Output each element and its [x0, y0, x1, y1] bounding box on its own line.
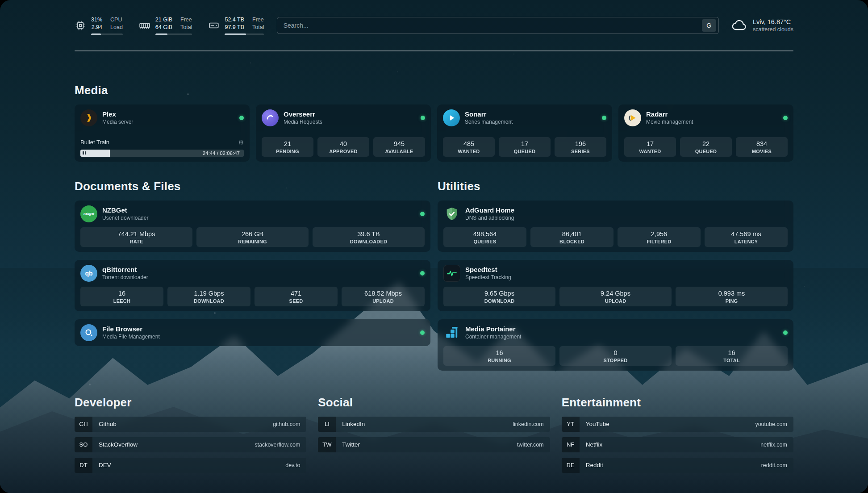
bookmark-dev[interactable]: DT DEV dev.to: [75, 458, 306, 473]
nzbget-card[interactable]: nzbget NZBGet Usenet downloader 744.21 M…: [75, 201, 430, 252]
stat-box: 9.24 GbpsUPLOAD: [559, 287, 672, 306]
utilities-section-title: Utilities: [438, 180, 793, 193]
bookmark-abbr: YT: [562, 417, 580, 432]
sonarr-card[interactable]: Sonarr Series management 485WANTED 17QUE…: [437, 104, 612, 162]
bookmark-name: DEV: [92, 462, 285, 468]
now-playing-title: Bullet Train: [80, 139, 109, 146]
bookmark-url: netflix.com: [760, 442, 793, 448]
bookmark-twitter[interactable]: TW Twitter twitter.com: [318, 437, 550, 452]
service-description: Media File Management: [102, 334, 415, 340]
qbittorrent-card[interactable]: qb qBittorrent Torrent downloader 16LEEC…: [75, 260, 430, 311]
bookmark-name: Reddit: [580, 462, 761, 468]
developer-bookmarks: Developer GH Github github.com SO StackO…: [75, 396, 306, 473]
search-provider-button[interactable]: G: [702, 19, 716, 32]
stat-value: 40: [319, 140, 367, 147]
stat-value: 86,401: [532, 230, 612, 238]
stat-label: QUERIES: [445, 239, 525, 244]
stat-value: 471: [256, 290, 336, 297]
nzbget-icon: nzbget: [80, 205, 97, 222]
weather-location: Lviv, 16.87°C: [753, 18, 793, 25]
stat-box: 39.6 TBDOWNLOADED: [313, 227, 425, 247]
stat-box: 1.19 GbpsDOWNLOAD: [167, 287, 250, 306]
bookmark-abbr: LI: [318, 417, 336, 432]
memory-icon: [139, 20, 150, 31]
disk-progress-track: [225, 33, 264, 35]
stat-value: 266 GB: [198, 230, 307, 238]
radarr-card[interactable]: Radarr Movie management 17WANTED 22QUEUE…: [618, 104, 793, 162]
stat-box: 86,401BLOCKED: [530, 227, 613, 247]
header-divider: [75, 50, 793, 51]
service-name: File Browser: [102, 325, 415, 333]
stat-box: 0.993 msPING: [676, 287, 788, 306]
sonarr-icon: [443, 109, 460, 126]
service-name: NZBGet: [102, 206, 415, 214]
service-description: Series management: [465, 119, 597, 125]
stats-row: 498,564QUERIES 86,401BLOCKED 2,956FILTER…: [443, 227, 788, 247]
stats-row: 17WANTED 22QUEUED 834MOVIES: [624, 137, 788, 157]
gear-icon[interactable]: ⚙: [238, 139, 244, 146]
status-dot: [420, 330, 425, 335]
memory-total-value: 64 GiB: [155, 24, 172, 31]
resource-widgets: 31% CPU 2.94 Load 21 GiB: [75, 16, 264, 35]
bookmark-abbr: SO: [75, 437, 92, 452]
bookmark-youtube[interactable]: YT YouTube youtube.com: [562, 417, 793, 432]
stat-label: QUEUED: [501, 149, 549, 154]
bookmark-abbr: DT: [75, 458, 92, 473]
service-description: Speedtest Tracking: [465, 274, 788, 280]
search-bar[interactable]: G: [277, 17, 719, 34]
filebrowser-card[interactable]: File Browser Media File Management: [75, 319, 430, 346]
stat-label: PING: [677, 298, 786, 304]
bookmark-url: reddit.com: [761, 462, 793, 468]
service-description: Torrent downloader: [102, 274, 415, 280]
bookmark-name: YouTube: [580, 421, 755, 427]
service-name: Sonarr: [465, 110, 597, 118]
bookmark-abbr: NF: [562, 437, 580, 452]
stat-box: 266 GBREMAINING: [196, 227, 309, 247]
plex-card[interactable]: Plex Media server Bullet Train ⚙: [75, 104, 250, 162]
stat-box: 0STOPPED: [559, 346, 672, 366]
cpu-usage-value: 31%: [91, 16, 102, 23]
bookmark-reddit[interactable]: RE Reddit reddit.com: [562, 458, 793, 473]
stat-value: 1.19 Gbps: [169, 290, 249, 297]
bookmark-stackoverflow[interactable]: SO StackOverflow stackoverflow.com: [75, 437, 306, 452]
stat-value: 485: [445, 140, 493, 147]
stat-label: TOTAL: [677, 358, 786, 363]
stat-label: UPLOAD: [343, 298, 423, 304]
stat-box: 16TOTAL: [676, 346, 788, 366]
bookmark-netflix[interactable]: NF Netflix netflix.com: [562, 437, 793, 452]
weather-text: Lviv, 16.87°C scattered clouds: [753, 18, 793, 33]
stat-value: 0.993 ms: [677, 290, 786, 297]
service-name: qBittorrent: [102, 266, 415, 273]
bookmark-linkedin[interactable]: LI LinkedIn linkedin.com: [318, 417, 550, 432]
disk-icon: [208, 20, 220, 31]
memory-progress-track: [155, 33, 192, 35]
speedtest-card[interactable]: Speedtest Speedtest Tracking 9.65 GbpsDO…: [438, 260, 793, 311]
dashboard-root: 31% CPU 2.94 Load 21 GiB: [0, 0, 868, 493]
disk-free-value: 52.4 TB: [225, 16, 244, 23]
bookmark-url: dev.to: [285, 462, 306, 468]
plex-icon: [80, 109, 97, 126]
adguard-card[interactable]: AdGuard Home DNS and adblocking 498,564Q…: [438, 201, 793, 252]
stat-value: 22: [682, 140, 730, 147]
stat-value: 945: [375, 140, 423, 147]
stat-label: RATE: [82, 239, 191, 244]
search-input[interactable]: [284, 22, 702, 29]
stat-label: LEECH: [82, 298, 162, 304]
weather-widget: Lviv, 16.87°C scattered clouds: [731, 17, 793, 33]
stat-label: APPROVED: [319, 149, 367, 154]
cpu-progress-track: [91, 33, 123, 35]
stat-label: BLOCKED: [532, 239, 612, 244]
stat-box: 47.569 msLATENCY: [705, 227, 788, 247]
stat-label: DOWNLOAD: [169, 298, 249, 304]
portainer-icon: [443, 324, 460, 341]
bookmark-github[interactable]: GH Github github.com: [75, 417, 306, 432]
portainer-card[interactable]: Media Portainer Container management 16R…: [438, 319, 793, 371]
media-card-grid: Plex Media server Bullet Train ⚙: [75, 104, 793, 162]
service-description: DNS and adblocking: [465, 215, 788, 221]
stat-box: 834MOVIES: [736, 137, 788, 157]
status-dot: [239, 116, 244, 120]
stats-row: 21PENDING 40APPROVED 945AVAILABLE: [262, 137, 425, 157]
pause-icon[interactable]: [83, 151, 84, 155]
overseerr-card[interactable]: Overseerr Media Requests 21PENDING 40APP…: [256, 104, 431, 162]
stat-box: 22QUEUED: [680, 137, 732, 157]
